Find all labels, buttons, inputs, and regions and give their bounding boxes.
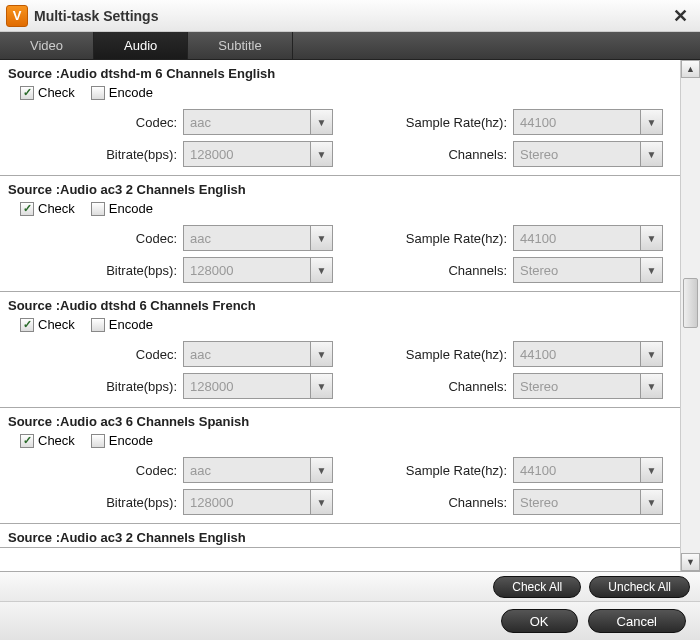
sample-rate-label: Sample Rate(hz): xyxy=(353,347,513,362)
sample-rate-select[interactable]: 44100▼ xyxy=(513,225,663,251)
close-icon[interactable]: ✕ xyxy=(667,5,694,27)
scroll-track[interactable] xyxy=(681,78,700,553)
combo-value: Stereo xyxy=(514,379,640,394)
chevron-down-icon[interactable]: ▼ xyxy=(310,142,332,166)
encode-checkbox[interactable]: Encode xyxy=(91,201,153,216)
scroll-up-icon[interactable]: ▲ xyxy=(681,60,700,78)
checkbox-icon xyxy=(20,434,34,448)
channels-label: Channels: xyxy=(353,263,513,278)
encode-checkbox[interactable]: Encode xyxy=(91,433,153,448)
bitrate-label: Bitrate(bps): xyxy=(8,263,183,278)
bitrate-label: Bitrate(bps): xyxy=(8,379,183,394)
chevron-down-icon[interactable]: ▼ xyxy=(640,226,662,250)
chevron-down-icon[interactable]: ▼ xyxy=(640,258,662,282)
checkbox-icon xyxy=(20,318,34,332)
combo-value: aac xyxy=(184,115,310,130)
channels-label: Channels: xyxy=(353,147,513,162)
combo-value: 44100 xyxy=(514,231,640,246)
combo-value: 128000 xyxy=(184,495,310,510)
sample-rate-select[interactable]: 44100▼ xyxy=(513,457,663,483)
encode-label: Encode xyxy=(109,433,153,448)
channels-select[interactable]: Stereo▼ xyxy=(513,257,663,283)
scroll-thumb[interactable] xyxy=(683,278,698,328)
check-row: CheckEncode xyxy=(0,315,680,338)
checkbox-icon xyxy=(91,318,105,332)
check-label: Check xyxy=(38,433,75,448)
check-label: Check xyxy=(38,317,75,332)
check-all-button[interactable]: Check All xyxy=(493,576,581,598)
codec-select[interactable]: aac▼ xyxy=(183,341,333,367)
combo-value: 128000 xyxy=(184,263,310,278)
combo-value: Stereo xyxy=(514,263,640,278)
codec-select[interactable]: aac▼ xyxy=(183,109,333,135)
combo-value: Stereo xyxy=(514,495,640,510)
uncheck-all-button[interactable]: Uncheck All xyxy=(589,576,690,598)
codec-label: Codec: xyxy=(8,115,183,130)
codec-label: Codec: xyxy=(8,463,183,478)
chevron-down-icon[interactable]: ▼ xyxy=(640,458,662,482)
check-checkbox[interactable]: Check xyxy=(20,317,75,332)
param-row: Codec:aac▼Sample Rate(hz):44100▼ xyxy=(0,106,680,138)
encode-checkbox[interactable]: Encode xyxy=(91,317,153,332)
tab-subtitle[interactable]: Subtitle xyxy=(188,32,292,59)
chevron-down-icon[interactable]: ▼ xyxy=(310,490,332,514)
sample-rate-label: Sample Rate(hz): xyxy=(353,231,513,246)
channels-select[interactable]: Stereo▼ xyxy=(513,489,663,515)
sample-rate-select[interactable]: 44100▼ xyxy=(513,341,663,367)
chevron-down-icon[interactable]: ▼ xyxy=(310,258,332,282)
combo-value: 128000 xyxy=(184,147,310,162)
bitrate-select[interactable]: 128000▼ xyxy=(183,373,333,399)
combo-value: aac xyxy=(184,463,310,478)
chevron-down-icon[interactable]: ▼ xyxy=(640,142,662,166)
param-row: Bitrate(bps):128000▼Channels:Stereo▼ xyxy=(0,254,680,291)
bitrate-label: Bitrate(bps): xyxy=(8,495,183,510)
title-bar: V Multi-task Settings ✕ xyxy=(0,0,700,32)
chevron-down-icon[interactable]: ▼ xyxy=(640,110,662,134)
combo-value: aac xyxy=(184,231,310,246)
chevron-down-icon[interactable]: ▼ xyxy=(640,342,662,366)
check-row: CheckEncode xyxy=(0,431,680,454)
scroll-down-icon[interactable]: ▼ xyxy=(681,553,700,571)
sample-rate-select[interactable]: 44100▼ xyxy=(513,109,663,135)
check-checkbox[interactable]: Check xyxy=(20,85,75,100)
param-row: Bitrate(bps):128000▼Channels:Stereo▼ xyxy=(0,486,680,523)
tab-video[interactable]: Video xyxy=(0,32,94,59)
codec-select[interactable]: aac▼ xyxy=(183,457,333,483)
vertical-scrollbar[interactable]: ▲ ▼ xyxy=(680,60,700,571)
ok-button[interactable]: OK xyxy=(501,609,578,633)
chevron-down-icon[interactable]: ▼ xyxy=(310,458,332,482)
checkbox-icon xyxy=(91,202,105,216)
bitrate-select[interactable]: 128000▼ xyxy=(183,489,333,515)
tab-bar: Video Audio Subtitle xyxy=(0,32,700,60)
channels-select[interactable]: Stereo▼ xyxy=(513,373,663,399)
chevron-down-icon[interactable]: ▼ xyxy=(640,490,662,514)
bitrate-select[interactable]: 128000▼ xyxy=(183,141,333,167)
check-row: CheckEncode xyxy=(0,199,680,222)
chevron-down-icon[interactable]: ▼ xyxy=(310,342,332,366)
channels-select[interactable]: Stereo▼ xyxy=(513,141,663,167)
channels-label: Channels: xyxy=(353,495,513,510)
encode-checkbox[interactable]: Encode xyxy=(91,85,153,100)
tab-audio[interactable]: Audio xyxy=(94,32,188,59)
bitrate-label: Bitrate(bps): xyxy=(8,147,183,162)
param-row: Codec:aac▼Sample Rate(hz):44100▼ xyxy=(0,454,680,486)
check-checkbox[interactable]: Check xyxy=(20,201,75,216)
checkbox-icon xyxy=(91,434,105,448)
source-header: Source :Audio ac3 2 Channels English xyxy=(0,524,680,547)
cancel-button[interactable]: Cancel xyxy=(588,609,686,633)
check-checkbox[interactable]: Check xyxy=(20,433,75,448)
encode-label: Encode xyxy=(109,317,153,332)
check-label: Check xyxy=(38,201,75,216)
combo-value: Stereo xyxy=(514,147,640,162)
chevron-down-icon[interactable]: ▼ xyxy=(310,110,332,134)
combo-value: 128000 xyxy=(184,379,310,394)
param-row: Bitrate(bps):128000▼Channels:Stereo▼ xyxy=(0,370,680,407)
chevron-down-icon[interactable]: ▼ xyxy=(310,226,332,250)
chevron-down-icon[interactable]: ▼ xyxy=(310,374,332,398)
bitrate-select[interactable]: 128000▼ xyxy=(183,257,333,283)
source-block: Source :Audio ac3 2 Channels English xyxy=(0,524,680,548)
chevron-down-icon[interactable]: ▼ xyxy=(640,374,662,398)
app-logo-icon: V xyxy=(6,5,28,27)
encode-label: Encode xyxy=(109,85,153,100)
codec-select[interactable]: aac▼ xyxy=(183,225,333,251)
